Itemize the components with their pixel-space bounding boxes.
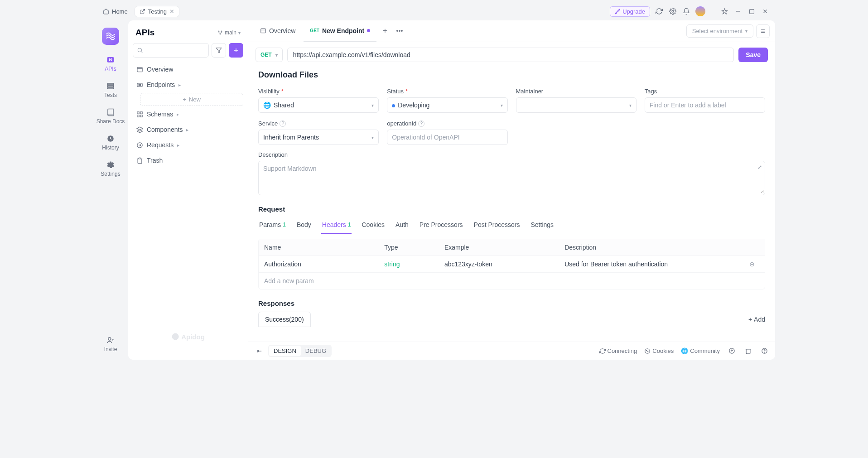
req-tab-settings[interactable]: Settings [530,217,555,234]
tree-endpoints[interactable]: 96 Endpoints ▸ [133,77,243,92]
maximize-icon[interactable] [747,7,756,16]
gear-icon[interactable] [668,7,677,16]
req-tab-headers[interactable]: Headers1 [321,217,352,234]
cell-description[interactable]: Used for Bearer token authentication [564,260,745,268]
rail-item-invite[interactable]: Invite [104,336,117,352]
doc-tab-more[interactable]: ••• [394,20,406,42]
add-button[interactable] [229,43,243,58]
cookie-icon [644,348,651,354]
add-response-button[interactable]: +Add [748,316,765,323]
tree-new-endpoint[interactable]: + New [140,93,243,106]
rail-share-label: Share Docs [96,118,125,125]
req-tab-pre[interactable]: Pre Processors [419,217,464,234]
url-input[interactable] [287,48,734,62]
svg-rect-29 [137,115,139,116]
doc-tab-overview[interactable]: Overview [254,20,302,42]
help-icon[interactable]: ? [418,121,424,127]
bell-icon[interactable] [682,7,691,16]
chevron-down-icon: ▾ [629,103,632,108]
req-tab-post[interactable]: Post Processors [473,217,521,234]
req-tab-params[interactable]: Params1 [258,217,287,234]
svg-rect-8 [107,86,114,87]
tree-requests[interactable]: Requests ▸ [133,138,243,152]
rail-item-settings[interactable]: Settings [101,161,120,177]
branch-selector[interactable]: main ▾ [217,29,241,36]
mode-design[interactable]: DESIGN [269,346,301,356]
footer-cookies[interactable]: Cookies [644,347,674,354]
minimize-icon[interactable] [733,7,743,16]
help-icon[interactable] [760,347,769,356]
doc-tab-add[interactable]: + [378,20,391,42]
req-tab-auth[interactable]: Auth [395,217,410,234]
help-icon[interactable]: ? [280,121,286,127]
visibility-value: Shared [274,101,294,109]
tree-components[interactable]: Components ▸ [133,122,243,137]
svg-point-38 [646,350,647,351]
chevron-down-icon: ▾ [371,103,374,108]
cell-type[interactable]: string [384,260,444,268]
method-selector[interactable]: GET ▾ [256,48,283,62]
operationid-input[interactable] [387,130,507,145]
req-tab-cookies[interactable]: Cookies [361,217,386,234]
tree-schemas[interactable]: Schemas ▸ [133,107,243,121]
visibility-select[interactable]: 🌐Shared ▾ [258,97,379,113]
filter-button[interactable] [212,43,226,58]
footer-community[interactable]: 🌐Community [681,347,720,354]
svg-point-34 [172,333,179,340]
community-icon: 🌐 [681,347,688,354]
tab-home[interactable]: Home [98,6,132,17]
workspace-logo[interactable] [102,28,119,45]
svg-rect-27 [137,111,139,113]
cell-name[interactable]: Authorization [264,260,384,268]
rail-item-tests[interactable]: Tests [104,82,117,98]
environment-selector[interactable]: Select environment ▾ [686,24,753,38]
status-select[interactable]: Developing ▾ [387,97,507,113]
method-label: GET [260,52,272,58]
tree-trash[interactable]: Trash [133,153,243,168]
window-close-icon[interactable] [761,7,770,16]
chevron-down-icon: ▾ [501,103,503,108]
maintainer-select[interactable]: ▾ [516,97,637,113]
avatar[interactable] [695,6,705,16]
upload-icon[interactable] [727,347,736,356]
svg-rect-23 [137,67,142,72]
sidebar-title: APIs [135,28,154,38]
search-input[interactable] [133,43,209,58]
tags-input[interactable] [645,97,765,113]
titlebar: Home Testing ✕ Upgrade [93,2,775,20]
req-tab-body[interactable]: Body [296,217,312,234]
refresh-icon[interactable] [655,7,664,16]
tab-testing[interactable]: Testing ✕ [135,6,179,17]
description-textarea[interactable] [259,161,765,193]
tab-testing-label: Testing [148,8,167,15]
table-row[interactable]: Authorization string abc123xyz-token Use… [259,256,765,272]
delete-row-icon[interactable]: ⊖ [745,260,759,268]
trash-icon[interactable] [743,347,752,356]
service-select[interactable]: Inherit from Parents ▾ [258,130,379,145]
mode-debug[interactable]: DEBUG [301,346,331,356]
env-menu-button[interactable]: ≡ [756,24,770,38]
close-icon[interactable]: ✕ [169,8,174,15]
doc-tab-new-label: New Endpoint [322,27,364,34]
tree-overview[interactable]: Overview [133,62,243,77]
save-button[interactable]: Save [738,48,768,62]
response-tab-success[interactable]: Success(200) [258,312,311,327]
pin-icon[interactable] [720,7,729,16]
editor: Overview GET New Endpoint + ••• [248,20,775,360]
doc-tab-new-endpoint[interactable]: GET New Endpoint [304,20,376,42]
footer-connecting[interactable]: Connecting [599,347,637,354]
rail-item-history[interactable]: History [102,135,119,151]
svg-point-0 [672,10,674,12]
expand-icon[interactable]: ⤢ [757,164,762,170]
endpoint-title[interactable]: Download Files [258,70,765,80]
add-param-row[interactable]: Add a new param [259,272,765,289]
rail-history-label: History [102,145,119,151]
rail-item-apis[interactable]: 96 APIs [105,55,116,72]
chevron-right-icon: ▸ [177,143,179,148]
cell-example[interactable]: abc123xyz-token [444,260,564,268]
label-description: Description [258,151,765,158]
tab-home-label: Home [112,8,128,15]
rail-item-share[interactable]: Share Docs [96,108,125,125]
upgrade-button[interactable]: Upgrade [610,6,650,17]
collapse-icon[interactable]: ⇤ [255,347,264,356]
